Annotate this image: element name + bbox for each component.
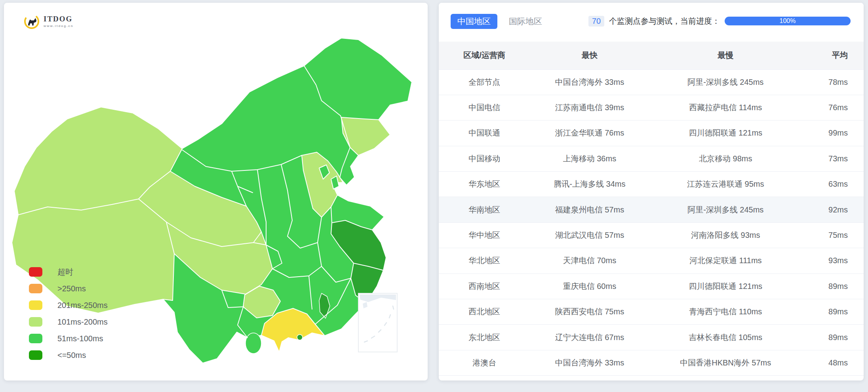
province-hainan[interactable] <box>246 333 261 354</box>
table-header-row: 区域/运营商 最快 最慢 平均 <box>439 42 864 69</box>
cell-average: 75ms <box>802 222 864 248</box>
cell-fastest: 上海移动 36ms <box>530 146 649 171</box>
south-china-sea-inset <box>358 293 397 352</box>
table-row[interactable]: 港澳台 中国台湾海外 33ms 中国香港HKBN海外 57ms 48ms <box>439 350 864 375</box>
cell-fastest: 湖北武汉电信 57ms <box>530 222 649 248</box>
legend-label: 101ms-200ms <box>57 317 108 327</box>
cell-region: 西南地区 <box>439 273 530 299</box>
legend-color-chip <box>29 317 42 327</box>
cell-slowest: 阿里-深圳多线 245ms <box>649 69 802 95</box>
cell-slowest: 西藏拉萨电信 114ms <box>649 95 802 120</box>
table-row[interactable]: 西北地区 陕西西安电信 75ms 青海西宁电信 110ms 89ms <box>439 299 864 325</box>
cell-fastest: 辽宁大连电信 67ms <box>530 325 649 350</box>
cell-average: 76ms <box>802 95 864 120</box>
latency-table: 区域/运营商 最快 最慢 平均 全部节点 中国台湾海外 33ms 阿里-深圳多线… <box>439 42 864 376</box>
cell-slowest: 青海西宁电信 110ms <box>649 299 802 325</box>
legend-color-chip <box>29 350 42 360</box>
cell-fastest: 天津电信 70ms <box>530 248 649 273</box>
table-row[interactable]: 华中地区 湖北武汉电信 57ms 河南洛阳多线 93ms 75ms <box>439 222 864 248</box>
cell-fastest: 中国台湾海外 33ms <box>530 350 649 375</box>
legend-color-chip <box>29 284 42 293</box>
legend-label: 超时 <box>57 267 73 277</box>
legend-label: <=50ms <box>57 351 86 360</box>
cell-fastest: 腾讯-上海多线 34ms <box>530 172 649 197</box>
cell-region: 中国联通 <box>439 120 530 146</box>
cell-average: 89ms <box>802 325 864 350</box>
legend-color-chip <box>29 267 42 277</box>
legend-item: 101ms-200ms <box>29 317 108 327</box>
itdog-logo[interactable]: ITDOG www.itdog.cn <box>23 12 74 30</box>
progress-value: 100% <box>780 17 796 24</box>
cell-region: 华北地区 <box>439 248 530 273</box>
table-row[interactable]: 西南地区 重庆电信 60ms 四川德阳联通 121ms 89ms <box>439 273 864 299</box>
cell-slowest: 中国香港HKBN海外 57ms <box>649 350 802 375</box>
status-text: 个监测点参与测试，当前进度： <box>609 16 720 27</box>
results-topbar: 中国地区 国际地区 70 个监测点参与测试，当前进度： 100% <box>439 3 864 42</box>
cell-fastest: 福建泉州电信 57ms <box>530 197 649 222</box>
cell-fastest: 陕西西安电信 75ms <box>530 299 649 325</box>
cell-fastest: 浙江金华联通 76ms <box>530 120 649 146</box>
cell-slowest: 江苏连云港联通 95ms <box>649 172 802 197</box>
cell-slowest: 吉林长春电信 105ms <box>649 325 802 350</box>
cell-average: 73ms <box>802 146 864 171</box>
legend-color-chip <box>29 334 42 343</box>
cell-region: 港澳台 <box>439 350 530 375</box>
table-row[interactable]: 东北地区 辽宁大连电信 67ms 吉林长春电信 105ms 89ms <box>439 325 864 350</box>
monitor-count-badge: 70 <box>588 16 604 27</box>
legend-item: 超时 <box>29 267 108 277</box>
legend-item: >250ms <box>29 284 108 293</box>
cell-region: 华南地区 <box>439 197 530 222</box>
cell-slowest: 阿里-深圳多线 245ms <box>649 197 802 222</box>
cell-average: 89ms <box>802 273 864 299</box>
col-region-carrier: 区域/运营商 <box>439 42 530 69</box>
legend-color-chip <box>29 300 42 310</box>
cell-average: 78ms <box>802 69 864 95</box>
results-card: 中国地区 国际地区 70 个监测点参与测试，当前进度： 100% 区域/运营商 … <box>439 3 864 381</box>
cell-region: 西北地区 <box>439 299 530 325</box>
cell-fastest: 江苏南通电信 39ms <box>530 95 649 120</box>
cell-region: 华中地区 <box>439 222 530 248</box>
cell-average: 92ms <box>802 197 864 222</box>
cell-region: 中国电信 <box>439 95 530 120</box>
cell-slowest: 四川德阳联通 121ms <box>649 273 802 299</box>
logo-title: ITDOG <box>44 15 74 23</box>
cell-slowest: 河北保定联通 111ms <box>649 248 802 273</box>
legend-item: 201ms-250ms <box>29 300 108 310</box>
cell-average: 89ms <box>802 299 864 325</box>
logo-subtitle: www.itdog.cn <box>44 24 74 28</box>
col-fastest: 最快 <box>530 42 649 69</box>
table-row[interactable]: 华南地区 福建泉州电信 57ms 阿里-深圳多线 245ms 92ms <box>439 197 864 222</box>
table-row[interactable]: 华北地区 天津电信 70ms 河北保定联通 111ms 93ms <box>439 248 864 273</box>
col-slowest: 最慢 <box>649 42 802 69</box>
tab-china-region[interactable]: 中国地区 <box>451 14 497 29</box>
progress-bar: 100% <box>725 17 851 25</box>
table-row[interactable]: 中国电信 江苏南通电信 39ms 西藏拉萨电信 114ms 76ms <box>439 95 864 120</box>
cell-slowest: 河南洛阳多线 93ms <box>649 222 802 248</box>
table-row[interactable]: 中国移动 上海移动 36ms 北京移动 98ms 73ms <box>439 146 864 171</box>
legend-item: 51ms-100ms <box>29 334 108 343</box>
cell-region: 全部节点 <box>439 69 530 95</box>
legend-item: <=50ms <box>29 350 108 360</box>
province-hongkong[interactable] <box>297 335 303 340</box>
cell-region: 东北地区 <box>439 325 530 350</box>
itdog-dog-icon <box>23 12 40 30</box>
legend-label: 201ms-250ms <box>57 301 108 310</box>
latency-legend: 超时 >250ms 201ms-250ms 101ms-200ms 51ms-1… <box>29 267 108 367</box>
cell-region: 华东地区 <box>439 172 530 197</box>
cell-slowest: 北京移动 98ms <box>649 146 802 171</box>
cell-region: 中国移动 <box>439 146 530 171</box>
legend-label: >250ms <box>57 284 86 293</box>
cell-average: 99ms <box>802 120 864 146</box>
map-card: ITDOG www.itdog.cn 超时 >250ms 201ms-250ms <box>4 3 428 381</box>
legend-label: 51ms-100ms <box>57 334 103 343</box>
table-row[interactable]: 全部节点 中国台湾海外 33ms 阿里-深圳多线 245ms 78ms <box>439 69 864 95</box>
cell-fastest: 重庆电信 60ms <box>530 273 649 299</box>
table-row[interactable]: 中国联通 浙江金华联通 76ms 四川德阳联通 121ms 99ms <box>439 120 864 146</box>
cell-average: 93ms <box>802 248 864 273</box>
tab-international-region[interactable]: 国际地区 <box>505 14 546 29</box>
cell-fastest: 中国台湾海外 33ms <box>530 69 649 95</box>
col-average: 平均 <box>802 42 864 69</box>
cell-average: 48ms <box>802 350 864 375</box>
table-row[interactable]: 华东地区 腾讯-上海多线 34ms 江苏连云港联通 95ms 63ms <box>439 172 864 197</box>
cell-average: 63ms <box>802 172 864 197</box>
